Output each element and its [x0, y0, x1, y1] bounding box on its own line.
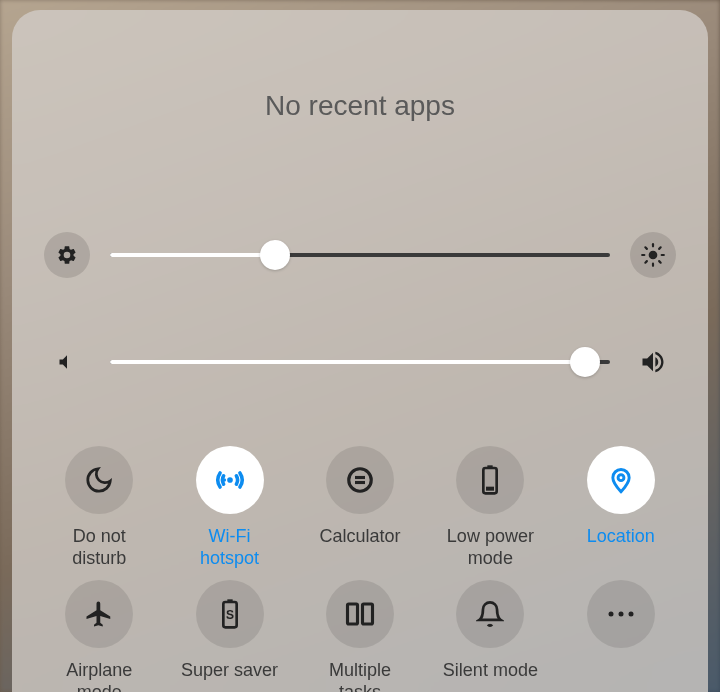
- calculator-icon: [326, 446, 394, 514]
- brightness-row: [44, 232, 676, 278]
- svg-point-16: [618, 475, 624, 481]
- tile-calculator[interactable]: Calculator: [305, 446, 415, 570]
- tile-label: Low power mode: [447, 526, 534, 570]
- brightness-slider[interactable]: [110, 253, 610, 257]
- svg-line-7: [645, 261, 647, 263]
- hotspot-icon: [196, 446, 264, 514]
- brightness-high-icon[interactable]: [630, 232, 676, 278]
- tile-label: Do not disturb: [72, 526, 126, 570]
- svg-point-9: [227, 477, 233, 483]
- svg-point-10: [349, 469, 372, 492]
- volume-low-icon: [44, 352, 90, 372]
- svg-point-24: [628, 612, 633, 617]
- tile-silent[interactable]: Silent mode: [435, 580, 545, 692]
- svg-line-8: [659, 247, 661, 249]
- svg-rect-21: [362, 604, 372, 624]
- bell-icon: [456, 580, 524, 648]
- svg-text:S: S: [226, 608, 234, 622]
- settings-icon[interactable]: [44, 232, 90, 278]
- quick-tiles-grid: Do not disturb Wi-Fi hotspot Calculator …: [44, 446, 676, 692]
- tile-hotspot[interactable]: Wi-Fi hotspot: [174, 446, 284, 570]
- tile-label: Wi-Fi hotspot: [200, 526, 259, 570]
- tile-label: Location: [587, 526, 655, 570]
- tile-multitask[interactable]: Multiple tasks: [305, 580, 415, 692]
- battery-saver-icon: S: [196, 580, 264, 648]
- volume-high-icon: [630, 348, 676, 376]
- svg-point-23: [618, 612, 623, 617]
- tile-dnd[interactable]: Do not disturb: [44, 446, 154, 570]
- tile-supersaver[interactable]: S Super saver: [174, 580, 284, 692]
- svg-line-3: [645, 247, 647, 249]
- tile-label: Multiple tasks: [329, 660, 391, 692]
- more-icon: [587, 580, 655, 648]
- volume-row: [44, 348, 676, 376]
- quick-settings-panel: No recent apps: [12, 10, 708, 692]
- tile-more[interactable]: [566, 580, 676, 692]
- svg-point-0: [649, 251, 658, 260]
- tile-label: Airplane mode: [66, 660, 132, 692]
- tile-airplane[interactable]: Airplane mode: [44, 580, 154, 692]
- location-pin-icon: [587, 446, 655, 514]
- split-screen-icon: [326, 580, 394, 648]
- tile-label: Silent mode: [443, 660, 538, 692]
- volume-slider[interactable]: [110, 360, 610, 364]
- svg-rect-20: [347, 604, 357, 624]
- tile-label: Super saver: [181, 660, 278, 692]
- svg-point-22: [608, 612, 613, 617]
- airplane-icon: [65, 580, 133, 648]
- svg-rect-18: [227, 599, 232, 602]
- battery-low-icon: [456, 446, 524, 514]
- moon-icon: [65, 446, 133, 514]
- tile-lowpower[interactable]: Low power mode: [435, 446, 545, 570]
- svg-line-4: [659, 261, 661, 263]
- svg-rect-15: [486, 487, 494, 491]
- tile-label: Calculator: [319, 526, 400, 570]
- tile-location[interactable]: Location: [566, 446, 676, 570]
- svg-rect-14: [488, 465, 493, 468]
- recent-apps-title: No recent apps: [44, 10, 676, 122]
